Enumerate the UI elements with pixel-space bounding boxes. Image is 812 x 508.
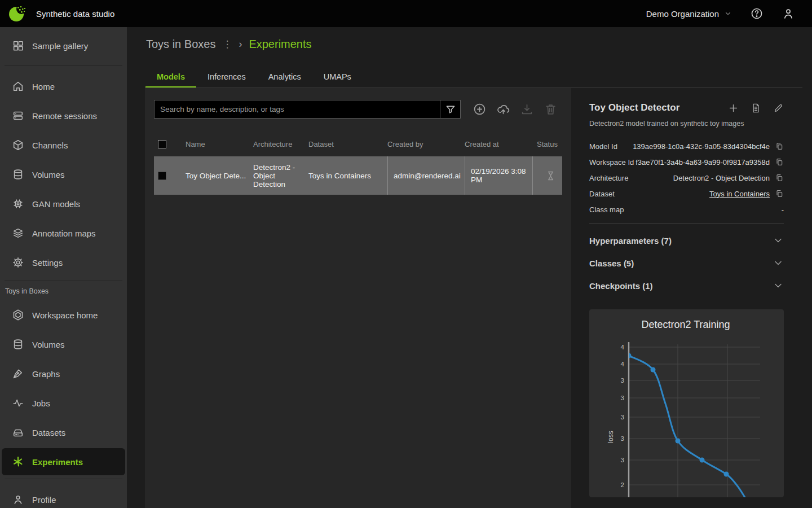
cell-created-at: 02/19/2026 3:08 PM: [465, 156, 532, 195]
section-label: Classes (5): [589, 259, 634, 268]
layers-icon: [12, 227, 24, 239]
cell-dataset: Toys in Containers: [308, 156, 387, 195]
field-model-id: Model Id 139ae998-1c0a-432c-9a05-83d4304…: [589, 138, 784, 154]
svg-text:3: 3: [621, 395, 624, 401]
database-icon: [12, 168, 24, 181]
dataset-link[interactable]: Toys in Containers: [709, 190, 770, 198]
sidebar-item-label: Profile: [32, 495, 56, 505]
tab-umaps[interactable]: UMAPs: [312, 67, 363, 88]
org-selector[interactable]: Demo Organization: [646, 9, 732, 19]
select-all-checkbox[interactable]: [158, 140, 166, 148]
cloud-upload-icon: [496, 102, 510, 116]
panel-divider: [589, 223, 784, 224]
svg-text:Detectron2 Training: Detectron2 Training: [641, 319, 730, 330]
workspace-section-label: Toys in Boxes: [0, 281, 127, 300]
copy-icon[interactable]: [775, 189, 784, 198]
svg-text:2: 2: [621, 481, 624, 488]
breadcrumb-separator: ›: [239, 38, 242, 50]
model-details-panel: Toy Object Detector Detectron2 model tra…: [571, 88, 812, 508]
filter-button[interactable]: [440, 100, 460, 118]
training-loss-chart: Detectron2 Trainingloss44333332: [589, 309, 784, 497]
search-input[interactable]: [155, 100, 440, 118]
sidebar-item-label: Remote sessions: [32, 111, 97, 121]
svg-text:3: 3: [621, 377, 624, 384]
sidebar-item-remote-sessions[interactable]: Remote sessions: [0, 101, 127, 130]
section-checkpoints[interactable]: Checkpoints (1): [589, 274, 784, 297]
sidebar-item-datasets[interactable]: Datasets: [0, 418, 127, 447]
hourglass-icon: [545, 170, 557, 182]
sidebar-item-volumes[interactable]: Volumes: [0, 160, 127, 189]
copy-icon[interactable]: [775, 142, 784, 151]
field-label: Dataset: [589, 190, 615, 198]
breadcrumb-workspace[interactable]: Toys in Boxes: [146, 38, 215, 51]
sidebar-item-experiments[interactable]: Experiments: [2, 448, 125, 475]
top-bar: Synthetic data studio Demo Organization: [0, 0, 812, 27]
sidebar-item-gan-models[interactable]: GAN models: [0, 189, 127, 218]
field-label: Model Id: [589, 142, 617, 151]
gear-icon: [12, 256, 24, 269]
sidebar-item-home[interactable]: Home: [0, 72, 127, 101]
sidebar-item-label: Channels: [32, 141, 68, 150]
plus-circle-icon: [473, 102, 487, 116]
sidebar-item-label: Home: [32, 82, 55, 91]
tab-models[interactable]: Models: [145, 67, 196, 88]
sidebar-item-sample-gallery[interactable]: Sample gallery: [0, 29, 127, 62]
col-name: Name: [186, 140, 253, 148]
activity-icon: [12, 397, 24, 409]
sidebar-item-ws-volumes[interactable]: Volumes: [0, 330, 127, 359]
download-model-button[interactable]: [515, 102, 539, 116]
field-label: Workspace Id: [589, 158, 634, 167]
pencil-icon[interactable]: [773, 103, 784, 113]
training-chart-card: Detectron2 Trainingloss44333332: [589, 309, 784, 497]
models-toolbar: [467, 102, 562, 116]
delete-model-button[interactable]: [539, 102, 562, 116]
sidebar-item-settings[interactable]: Settings: [0, 248, 127, 277]
breadcrumb: Toys in Boxes ⋮ › Experiments: [146, 38, 312, 51]
sidebar-item-label: GAN models: [32, 199, 80, 209]
sidebar-item-label: Settings: [32, 258, 63, 268]
models-table: Name Architecture Dataset Created by Cre…: [154, 132, 562, 195]
sidebar: Sample gallery Home Remote sessions Chan…: [0, 27, 127, 508]
add-model-button[interactable]: [467, 102, 491, 116]
cell-created-by: admin@rendered.ai: [387, 156, 465, 195]
tab-analytics[interactable]: Analytics: [257, 67, 312, 88]
help-icon[interactable]: [750, 7, 764, 20]
row-checkbox[interactable]: [158, 172, 166, 180]
sidebar-item-label: Workspace home: [32, 310, 98, 320]
breadcrumb-menu-dots-icon[interactable]: ⋮: [222, 38, 232, 50]
sidebar-item-label: Volumes: [32, 170, 65, 179]
document-icon[interactable]: [751, 103, 761, 113]
section-classes[interactable]: Classes (5): [589, 252, 784, 274]
col-created-at: Created at: [465, 140, 532, 148]
col-created-by: Created by: [387, 140, 465, 148]
sidebar-item-jobs[interactable]: Jobs: [0, 388, 127, 418]
tab-inferences[interactable]: Inferences: [196, 67, 257, 88]
sidebar-item-profile[interactable]: Profile: [0, 485, 127, 508]
tab-bar: Models Inferences Analytics UMAPs: [145, 67, 363, 88]
upload-model-button[interactable]: [491, 102, 515, 116]
sidebar-item-label: Jobs: [32, 398, 50, 408]
sidebar-item-graphs[interactable]: Graphs: [0, 359, 127, 388]
sidebar-item-annotation-maps[interactable]: Annotation maps: [0, 218, 127, 248]
database-icon: [12, 338, 24, 351]
asterisk-icon: [12, 456, 24, 468]
sidebar-item-workspace-home[interactable]: Workspace home: [0, 300, 127, 330]
copy-icon[interactable]: [775, 157, 784, 167]
sidebar-item-channels[interactable]: Channels: [0, 130, 127, 160]
col-architecture: Architecture: [253, 140, 308, 148]
plus-icon[interactable]: [728, 103, 739, 113]
sidebar-divider: [5, 65, 122, 66]
drive-icon: [12, 426, 24, 439]
section-hyperparameters[interactable]: Hyperparameters (7): [589, 229, 784, 252]
field-class-map: Class map -: [589, 202, 784, 217]
chevron-down-icon: [773, 257, 784, 269]
col-status: Status: [532, 140, 562, 148]
user-icon: [12, 493, 24, 506]
copy-icon[interactable]: [775, 173, 784, 182]
home-icon: [12, 80, 24, 93]
user-icon[interactable]: [782, 7, 795, 20]
app-logo-icon: [7, 4, 27, 23]
field-value: f3ae70f1-3a4b-4a63-9a99-0f9817a9358d: [636, 158, 770, 167]
app-title: Synthetic data studio: [36, 9, 114, 19]
table-row[interactable]: Toy Object Dete... Detectron2 - Object D…: [154, 156, 562, 195]
